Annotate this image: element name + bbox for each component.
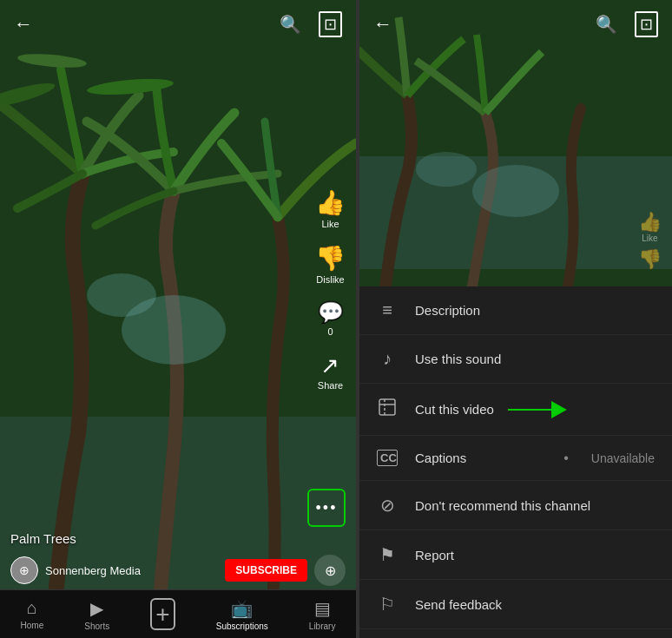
left-panel: ← 🔍 ⊡ 👍 Like 👎 Dislike 💬 0 ↗ Share Palm …: [0, 0, 356, 638]
bottom-nav: ⌂ Home ▶ Shorts + 📺 Subscriptions ▤ Libr…: [0, 589, 356, 638]
cut-row: Cut this video: [415, 401, 567, 418]
comment-count: 0: [327, 326, 333, 337]
report-icon: ⚑: [377, 544, 398, 565]
dislike-button[interactable]: 👎 Dislike: [315, 247, 346, 285]
comment-button[interactable]: 💬 0: [318, 302, 344, 337]
home-icon: ⌂: [27, 598, 37, 618]
share-button[interactable]: ↗ Share: [318, 354, 343, 391]
sound-icon: ♪: [377, 349, 398, 369]
description-label: Description: [415, 303, 655, 318]
svg-point-9: [472, 165, 559, 217]
dislike-label: Dislike: [316, 274, 344, 285]
nav-shorts[interactable]: ▶ Shorts: [84, 598, 109, 631]
back-icon[interactable]: ←: [14, 13, 33, 36]
context-menu: ≡ Description ♪ Use this sound Cut this …: [359, 286, 672, 638]
shorts-label: Shorts: [84, 622, 109, 631]
right-cast-icon[interactable]: ⊡: [635, 11, 658, 37]
right-back-icon[interactable]: ←: [373, 13, 392, 36]
right-search-icon[interactable]: 🔍: [596, 14, 617, 35]
captions-status: Unavailable: [591, 451, 655, 465]
right-header: ← 🔍 ⊡: [359, 0, 672, 49]
left-header: ← 🔍 ⊡: [0, 0, 356, 49]
right-like-label: Like: [642, 233, 657, 243]
share-label: Share: [318, 380, 343, 391]
feedback-label: Send feedback: [415, 597, 655, 612]
channel-info: ⊕ Sonnenberg Media: [10, 556, 141, 584]
green-arrow: [508, 401, 567, 418]
dislike-icon: 👎: [315, 247, 346, 271]
share-icon: ↗: [320, 354, 339, 377]
right-dislike-button[interactable]: 👎: [638, 250, 662, 269]
more-options-area: •••: [307, 489, 346, 527]
right-like-icon: 👍: [638, 213, 662, 232]
svg-point-10: [416, 152, 477, 187]
menu-item-sound[interactable]: ♪ Use this sound: [359, 335, 672, 384]
video-actions: 👍 Like 👎 Dislike 💬 0 ↗ Share: [315, 191, 346, 391]
nav-subscriptions[interactable]: 📺 Subscriptions: [216, 598, 268, 631]
captions-label: Captions: [415, 451, 539, 465]
right-panel: ← 🔍 ⊡ 👍 Like 👎 ≡ Description ♪ Us: [359, 0, 672, 638]
dontrecommend-label: Don't recommend this channel: [415, 498, 655, 513]
right-video-actions: 👍 Like 👎: [638, 213, 662, 269]
search-icon[interactable]: 🔍: [280, 14, 301, 35]
menu-item-feedback[interactable]: ⚐ Send feedback: [359, 580, 672, 629]
right-dislike-icon: 👎: [638, 250, 662, 269]
nav-create[interactable]: +: [150, 598, 175, 631]
more-button[interactable]: •••: [307, 489, 346, 527]
description-icon: ≡: [377, 300, 398, 320]
subscribe-button[interactable]: SUBSCRIBE: [225, 559, 307, 582]
right-like-button[interactable]: 👍 Like: [638, 213, 662, 243]
subscriptions-icon: 📺: [231, 598, 253, 619]
sound-label: Use this sound: [415, 352, 655, 366]
svg-point-6: [87, 273, 156, 317]
svg-rect-11: [379, 399, 395, 415]
library-icon: ▤: [314, 598, 331, 619]
dontrecommend-icon: ⊘: [377, 495, 398, 516]
cut-icon: [377, 398, 398, 421]
subscriptions-label: Subscriptions: [216, 622, 268, 631]
feedback-icon: ⚐: [377, 594, 398, 615]
video-info: Palm Trees ⊕ Sonnenberg Media SUBSCRIBE …: [0, 531, 356, 586]
library-label: Library: [309, 622, 336, 631]
captions-icon: CC: [377, 450, 398, 466]
cast-icon[interactable]: ⊡: [319, 11, 342, 37]
shorts-icon: ▶: [90, 598, 103, 619]
video-title: Palm Trees: [10, 531, 346, 546]
nav-home[interactable]: ⌂ Home: [21, 598, 44, 630]
comment-icon: 💬: [318, 302, 344, 323]
like-icon: 👍: [315, 191, 346, 215]
menu-item-cut[interactable]: Cut this video: [359, 384, 672, 436]
channel-name: Sonnenberg Media: [45, 564, 141, 577]
menu-item-dontrecommend[interactable]: ⊘ Don't recommend this channel: [359, 481, 672, 530]
like-button[interactable]: 👍 Like: [315, 191, 346, 229]
report-label: Report: [415, 548, 655, 562]
channel-avatar[interactable]: ⊕: [10, 556, 38, 584]
menu-item-report[interactable]: ⚑ Report: [359, 530, 672, 580]
right-video-bg: ← 🔍 ⊡ 👍 Like 👎: [359, 0, 672, 286]
nav-library[interactable]: ▤ Library: [309, 598, 336, 631]
menu-item-captions[interactable]: CC Captions • Unavailable: [359, 436, 672, 481]
create-icon: +: [150, 598, 175, 631]
cut-label: Cut this video: [415, 402, 494, 417]
globe-button[interactable]: ⊕: [314, 555, 346, 586]
menu-item-description[interactable]: ≡ Description: [359, 286, 672, 335]
like-label: Like: [321, 219, 339, 229]
home-label: Home: [21, 621, 44, 630]
channel-row: ⊕ Sonnenberg Media SUBSCRIBE ⊕: [10, 555, 346, 586]
